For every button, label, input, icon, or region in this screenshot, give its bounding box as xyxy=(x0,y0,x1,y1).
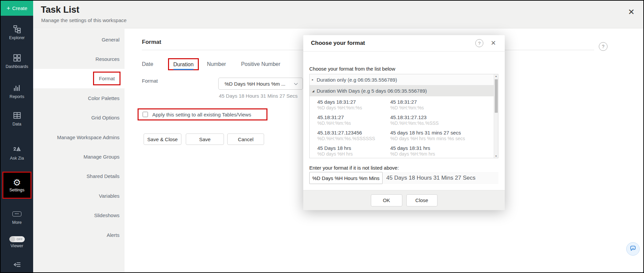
sidebar-item-data[interactable]: Data xyxy=(1,110,33,126)
menu-item-label: Shared Details xyxy=(87,173,119,179)
create-button[interactable]: + Create xyxy=(1,1,33,16)
triangle-down-icon: ◢ xyxy=(312,89,317,93)
menu-item-variables[interactable]: Variables xyxy=(33,186,125,205)
menu-item-format[interactable]: Format xyxy=(33,69,125,88)
option-sample: 45 18:31:27 xyxy=(390,99,498,105)
help-icon[interactable]: ? xyxy=(475,39,483,47)
sidebar-collapse[interactable] xyxy=(1,260,33,271)
menu-item-resources[interactable]: Resources xyxy=(33,49,125,69)
list-label: Choose your format from the list below xyxy=(309,66,395,72)
option-sample: 45.18:31:27.123456 xyxy=(317,130,390,136)
custom-format-preview: 45 Days 18 Hours 31 Mins 27 Secs xyxy=(383,172,498,184)
option-sample: 45.18:31:27 xyxy=(317,114,390,120)
dashboards-icon xyxy=(1,53,33,63)
apply-setting-checkbox[interactable] xyxy=(143,112,148,117)
close-button[interactable]: Close xyxy=(406,194,437,206)
menu-item-label: Manage Workspace Admins xyxy=(57,134,119,140)
format-listbox: ▸ Duration only (e.g 06:05:35.556789) ◢ … xyxy=(309,74,498,158)
sidebar-item-label: Data xyxy=(1,122,33,126)
tab-number[interactable]: Number xyxy=(207,61,226,67)
sidebar-item-label: Reports xyxy=(1,94,33,99)
annotation-redbox-apply: Apply this setting to all existing Table… xyxy=(138,108,267,120)
tab-date[interactable]: Date xyxy=(142,61,153,67)
page-subtitle: Manage the settings of this workspace xyxy=(41,17,127,23)
scroll-down-icon[interactable]: ▼ xyxy=(494,155,498,157)
close-icon[interactable]: ✕ xyxy=(628,8,635,16)
chat-bubble-icon xyxy=(629,245,637,253)
viewer-toggle[interactable]: OFF xyxy=(9,236,25,242)
format-preview-text: 45 Days 18 Hours 31 Mins 27 Secs xyxy=(219,93,298,99)
scrollbar-thumb[interactable] xyxy=(495,79,498,113)
option-format: %D %H:%m:%s xyxy=(390,105,498,111)
format-option[interactable]: 45 Days 18 hrs %D days %H hrs xyxy=(317,145,390,158)
dialog-header: Choose your format ? ✕ xyxy=(303,35,505,52)
menu-item-shared-details[interactable]: Shared Details xyxy=(33,167,125,186)
group-duration-with-days[interactable]: ◢ Duration With Days (e.g 5 days 06:05:3… xyxy=(310,85,498,96)
option-format: %D.%H:%m:%s xyxy=(317,120,390,126)
format-options: 45 days 18:31:27 %D days %H:%m:%s 45 18:… xyxy=(310,96,498,158)
menu-item-slideshows[interactable]: Slideshows xyxy=(33,206,125,225)
custom-format-input[interactable] xyxy=(309,172,383,184)
reports-icon xyxy=(1,83,33,93)
menu-item-label: Slideshows xyxy=(94,212,119,218)
scroll-up-icon[interactable]: ▲ xyxy=(494,75,498,77)
option-sample: 45 Days 18 hrs xyxy=(317,145,390,151)
menu-item-general[interactable]: General xyxy=(33,30,125,49)
explorer-icon xyxy=(1,24,33,34)
ok-button[interactable]: OK xyxy=(371,194,402,206)
menu-item-label: Color Palettes xyxy=(88,95,119,101)
format-tabs: Date Duration Number Positive Number xyxy=(142,55,280,73)
save-button[interactable]: Save xyxy=(186,133,224,145)
format-option[interactable]: 45 days 18 hrs 31 mins 27 secs %D days %… xyxy=(390,130,498,145)
settings-menu: General Resources Format Color Palettes … xyxy=(33,29,125,272)
menu-item-label: Alerts xyxy=(107,232,119,238)
choose-format-dialog: Choose your format ? ✕ Choose your forma… xyxy=(303,35,505,210)
menu-item-alerts[interactable]: Alerts xyxy=(33,225,125,245)
help-icon[interactable]: ? xyxy=(599,42,608,51)
chat-button[interactable] xyxy=(626,242,640,256)
tab-duration[interactable]: Duration xyxy=(173,62,193,70)
sidebar-item-settings[interactable]: ⚙ Settings xyxy=(2,172,31,199)
section-title: Format xyxy=(142,39,161,46)
sidebar: + Create Explorer Dashboards Reports xyxy=(1,1,33,272)
save-and-close-button[interactable]: Save & Close xyxy=(144,133,181,145)
sidebar-item-label: Settings xyxy=(9,188,24,192)
group-label: Duration With Days (e.g 5 days 06:05:35.… xyxy=(317,88,427,94)
menu-item-label: Manage Groups xyxy=(83,154,119,160)
format-select[interactable]: %D Days %H Hours %m ... xyxy=(218,78,303,90)
more-icon: ••• xyxy=(1,209,33,219)
menu-item-color-palettes[interactable]: Color Palettes xyxy=(33,88,125,108)
option-sample: 45.18:31:27.123 xyxy=(390,114,498,120)
format-option[interactable]: 45.18:31:27 %D.%H:%m:%s xyxy=(317,114,390,130)
option-format: %D days %H hrs xyxy=(317,151,390,157)
sidebar-item-more[interactable]: ••• More xyxy=(1,209,33,225)
format-option[interactable]: 45.18:31:27.123 %D.%H:%m:%s.%SSS xyxy=(390,114,498,130)
scrollbar[interactable]: ▲ ▼ xyxy=(494,74,498,158)
option-format: %D days %H:%m:%s xyxy=(317,105,390,111)
custom-format-label: Enter your format if it is not listed ab… xyxy=(309,165,399,171)
sidebar-item-ask-zia[interactable]: Ask Zia xyxy=(1,145,33,161)
app-window: + Create Explorer Dashboards Reports xyxy=(0,0,644,273)
sidebar-item-dashboards[interactable]: Dashboards xyxy=(1,53,33,69)
tab-positive-number[interactable]: Positive Number xyxy=(241,61,280,67)
format-option[interactable]: 45 days 18:31:27 %D days %H:%m:%s xyxy=(317,99,390,114)
format-option[interactable]: 45 days 18:31 hrs %D days %H:%m hrs xyxy=(390,145,498,158)
toggle-knob xyxy=(10,237,15,242)
chevron-down-icon xyxy=(294,81,298,87)
close-icon[interactable]: ✕ xyxy=(491,39,496,47)
option-sample: 45 days 18:31:27 xyxy=(317,99,390,105)
gear-icon: ⚙ xyxy=(13,178,21,187)
group-duration-only[interactable]: ▸ Duration only (e.g 06:05:35.556789) xyxy=(310,74,498,85)
page-header: Task List Manage the settings of this wo… xyxy=(33,1,643,28)
annotation-redbox-format: Format xyxy=(93,72,120,85)
menu-item-manage-workspace-admins[interactable]: Manage Workspace Admins xyxy=(33,127,125,147)
format-option[interactable]: 45 18:31:27 %D %H:%m:%s xyxy=(390,99,498,114)
format-option[interactable]: 45.18:31:27.123456 %D.%H:%m:%s.%SSSSSS xyxy=(317,130,390,145)
menu-item-manage-groups[interactable]: Manage Groups xyxy=(33,147,125,166)
sidebar-item-reports[interactable]: Reports xyxy=(1,83,33,99)
cancel-button[interactable]: Cancel xyxy=(227,133,264,145)
sidebar-item-label: Explorer xyxy=(1,35,33,40)
option-format: %D days %H:%m hrs xyxy=(390,151,498,157)
menu-item-grid-options[interactable]: Grid Options xyxy=(33,108,125,127)
sidebar-item-explorer[interactable]: Explorer xyxy=(1,24,33,40)
